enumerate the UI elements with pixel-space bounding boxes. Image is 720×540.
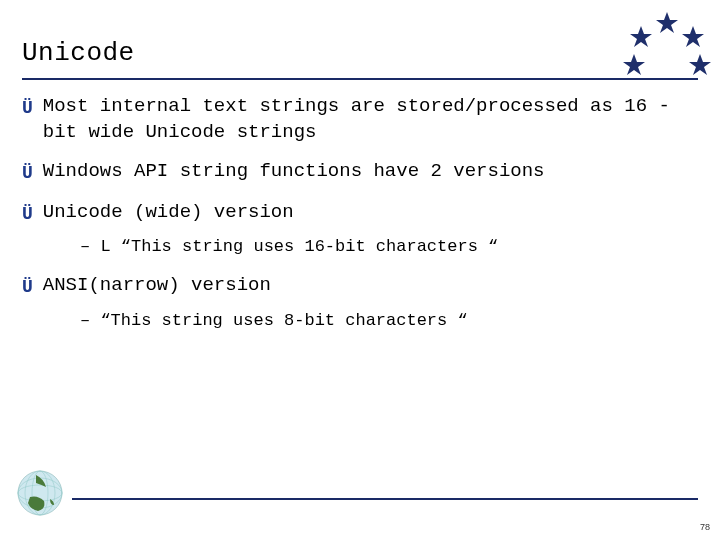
arrow-icon: Ü: [22, 96, 33, 120]
bullet-item: Ü Unicode (wide) version: [22, 200, 698, 226]
footer-line: [72, 498, 698, 500]
bullet-text: Windows API string functions have 2 vers…: [43, 159, 698, 185]
svg-marker-0: [656, 12, 678, 33]
svg-marker-2: [689, 54, 711, 75]
slide: Unicode Ü Most internal text strings are…: [0, 0, 720, 540]
page-number: 78: [700, 522, 710, 532]
bullet-item: Ü ANSI(narrow) version: [22, 273, 698, 299]
bullet-text: Most internal text strings are stored/pr…: [43, 94, 698, 145]
arrow-icon: Ü: [22, 161, 33, 185]
slide-title: Unicode: [22, 38, 135, 68]
bullet-item: Ü Most internal text strings are stored/…: [22, 94, 698, 145]
svg-marker-3: [630, 26, 652, 47]
arrow-icon: Ü: [22, 202, 33, 226]
bullet-list: Ü Most internal text strings are stored/…: [22, 94, 698, 333]
sub-item: “This string uses 8-bit characters “: [80, 308, 698, 334]
arrow-icon: Ü: [22, 275, 33, 299]
sub-list: “This string uses 8-bit characters “: [22, 308, 698, 334]
bullet-item: Ü Windows API string functions have 2 ve…: [22, 159, 698, 185]
svg-marker-4: [623, 54, 645, 75]
sub-item: L “This string uses 16-bit characters “: [80, 234, 698, 260]
globe-icon: [16, 469, 64, 522]
sub-list: L “This string uses 16-bit characters “: [22, 234, 698, 260]
title-underline: [22, 78, 698, 80]
title-row: Unicode: [22, 38, 698, 68]
bullet-text: ANSI(narrow) version: [43, 273, 698, 299]
svg-marker-1: [682, 26, 704, 47]
stars-logo: [620, 12, 714, 95]
bullet-text: Unicode (wide) version: [43, 200, 698, 226]
